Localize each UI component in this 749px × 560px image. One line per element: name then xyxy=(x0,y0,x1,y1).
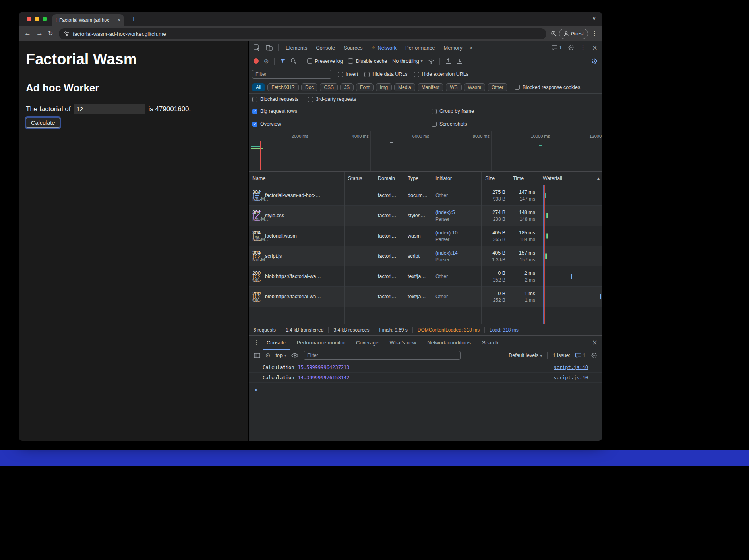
filter-chip-manifest[interactable]: Manifest xyxy=(418,83,443,91)
tab-sources[interactable]: Sources xyxy=(342,41,364,54)
new-tab-button[interactable]: + xyxy=(132,15,136,23)
filter-chip-other[interactable]: Other xyxy=(488,83,507,91)
network-request-row[interactable]: style.css 304 Not M… factori… styles… xyxy=(249,206,602,226)
clear-console-icon[interactable]: ⊘ xyxy=(265,352,271,359)
initiator-link[interactable]: (index):5 xyxy=(435,209,478,216)
filter-chip-doc[interactable]: Doc xyxy=(301,83,317,91)
drawer-tab-search[interactable]: Search xyxy=(478,336,502,350)
zoom-magnifier-icon[interactable] xyxy=(551,31,557,37)
network-conditions-icon[interactable] xyxy=(428,58,434,64)
forward-button[interactable]: → xyxy=(36,29,43,37)
blocked-response-cookies-checkbox[interactable]: ✓ Blocked response cookies xyxy=(515,85,580,90)
column-header-time[interactable]: Time xyxy=(509,172,539,185)
log-levels-select[interactable]: Default levels ▾ xyxy=(509,353,542,358)
address-bar[interactable]: factorial-wasm-ad-hoc-worker.glitch.me xyxy=(59,28,546,39)
record-button[interactable] xyxy=(254,58,259,64)
initiator-link[interactable]: (index):14 xyxy=(435,250,478,257)
console-prompt[interactable]: > xyxy=(249,383,602,393)
filter-chip-all[interactable]: All xyxy=(252,83,265,91)
tab-console[interactable]: Console xyxy=(314,41,337,54)
network-request-row[interactable]: factorial-wasm-ad-hoc-… 304 Not M… facto… xyxy=(249,185,602,206)
tab-memory[interactable]: Memory xyxy=(442,41,464,54)
preserve-log-checkbox[interactable]: ✓ Preserve log xyxy=(307,58,343,64)
drawer-tab-network-conditions[interactable]: Network conditions xyxy=(423,336,475,350)
column-header-name[interactable]: Name xyxy=(249,172,344,185)
column-header-domain[interactable]: Domain xyxy=(374,172,404,185)
browser-menu-button[interactable]: ⋮ xyxy=(592,30,598,37)
third-party-requests-checkbox[interactable]: ✓ 3rd-party requests xyxy=(308,97,356,102)
filter-chip-wasm[interactable]: Wasm xyxy=(464,83,486,91)
column-divider[interactable] xyxy=(404,172,404,324)
initiator-link[interactable]: (index):10 xyxy=(435,230,478,236)
console-message[interactable]: Calculation 14.399999976158142 script.js… xyxy=(249,373,602,383)
column-header-initiator[interactable]: Initiator xyxy=(432,172,481,185)
back-button[interactable]: ← xyxy=(24,29,31,37)
hide-extension-urls-checkbox[interactable]: ✓ Hide extension URLs xyxy=(414,71,468,77)
window-close-button[interactable] xyxy=(27,17,31,21)
console-settings-gear-icon[interactable] xyxy=(591,352,597,359)
filter-chip-media[interactable]: Media xyxy=(394,83,415,91)
tab-performance[interactable]: Performance xyxy=(404,41,436,54)
drawer-close-icon[interactable]: × xyxy=(592,338,598,346)
drawer-tab-whats-new[interactable]: What's new xyxy=(385,336,420,350)
console-sidebar-icon[interactable] xyxy=(254,353,260,358)
group-by-frame-checkbox[interactable]: ✓ Group by frame xyxy=(432,108,474,114)
blocked-requests-checkbox[interactable]: ✓ Blocked requests xyxy=(252,97,298,102)
hide-data-urls-checkbox[interactable]: ✓ Hide data URLs xyxy=(364,71,407,77)
filter-chip-fetch-xhr[interactable]: Fetch/XHR xyxy=(267,83,299,91)
column-divider[interactable] xyxy=(374,172,374,324)
column-divider[interactable] xyxy=(539,172,539,324)
console-source-link[interactable]: script.js:40 xyxy=(554,365,588,370)
filter-chip-font[interactable]: Font xyxy=(356,83,374,91)
browser-tab[interactable]: ! Factorial Wasm (ad hoc Work × xyxy=(52,14,124,26)
filter-funnel-icon[interactable] xyxy=(280,58,285,64)
filter-chip-css[interactable]: CSS xyxy=(320,83,338,91)
big-request-rows-checkbox[interactable]: ✓ Big request rows xyxy=(252,108,297,114)
disable-cache-checkbox[interactable]: ✓ Disable cache xyxy=(348,58,387,64)
more-tabs-icon[interactable]: » xyxy=(469,44,472,51)
filter-chip-img[interactable]: Img xyxy=(376,83,392,91)
window-zoom-button[interactable] xyxy=(43,17,47,21)
column-divider[interactable] xyxy=(432,172,432,324)
drawer-tab-console[interactable]: Console xyxy=(263,336,290,350)
reload-button[interactable]: ↻ xyxy=(48,29,53,37)
network-overview-timeline[interactable]: 2000 ms 4000 ms 6000 ms 8000 ms 10000 ms… xyxy=(249,131,602,172)
column-header-waterfall[interactable]: Waterfall xyxy=(539,172,599,185)
network-request-row[interactable]: blob:https://factorial-wa… 200 OK factor… xyxy=(249,287,602,307)
console-source-link[interactable]: script.js:40 xyxy=(554,375,588,380)
column-header-type[interactable]: Type xyxy=(404,172,432,185)
devtools-menu-icon[interactable]: ⋮ xyxy=(580,44,586,51)
throttling-select[interactable]: No throttling ▾ xyxy=(392,58,422,64)
network-request-row[interactable]: blob:https://factorial-wa… 200 OK factor… xyxy=(249,266,602,287)
column-divider[interactable] xyxy=(344,172,345,324)
issues-counter[interactable]: 1 xyxy=(575,353,586,358)
drawer-tab-performance-monitor[interactable]: Performance monitor xyxy=(293,336,349,350)
screenshots-checkbox[interactable]: ✓ Screenshots xyxy=(432,121,467,127)
export-har-icon[interactable] xyxy=(457,58,463,64)
filter-chip-ws[interactable]: WS xyxy=(446,83,461,91)
site-settings-icon[interactable] xyxy=(64,31,69,37)
sort-asc-icon[interactable]: ▲ xyxy=(596,176,600,180)
calculate-button[interactable]: Calculate xyxy=(26,118,60,128)
filter-chip-js[interactable]: JS xyxy=(340,83,354,91)
devtools-close-icon[interactable]: × xyxy=(592,44,598,52)
network-request-row[interactable]: WA factorial.wasm 304 Not M… factori… xyxy=(249,226,602,246)
issues-counter[interactable]: 1 xyxy=(552,45,562,50)
settings-gear-icon[interactable] xyxy=(568,44,574,51)
tab-search-button[interactable]: ∨ xyxy=(592,15,596,21)
column-header-status[interactable]: Status xyxy=(345,172,374,185)
clear-network-icon[interactable]: ⊘ xyxy=(264,58,269,65)
column-divider[interactable] xyxy=(509,172,509,324)
eye-icon[interactable] xyxy=(291,353,298,358)
console-filter-input[interactable] xyxy=(304,351,461,360)
search-icon[interactable] xyxy=(290,58,296,64)
context-select[interactable]: top ▾ xyxy=(276,353,286,358)
factorial-input[interactable] xyxy=(74,104,145,114)
profile-badge[interactable]: Guest xyxy=(559,29,588,39)
window-minimize-button[interactable] xyxy=(35,17,39,21)
invert-checkbox[interactable]: ✓ Invert xyxy=(338,71,358,77)
network-settings-gear-icon[interactable] xyxy=(591,58,598,64)
column-header-size[interactable]: Size xyxy=(482,172,509,185)
drawer-menu-icon[interactable]: ⋮ xyxy=(254,339,259,346)
drawer-tab-coverage[interactable]: Coverage xyxy=(352,336,382,350)
